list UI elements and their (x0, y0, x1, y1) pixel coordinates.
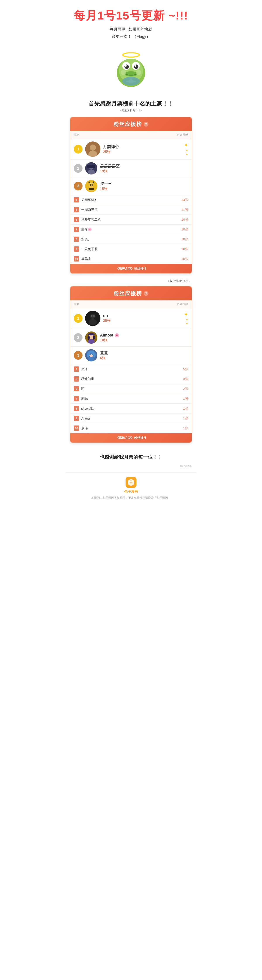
frog-image (111, 49, 151, 88)
svg-point-11 (136, 70, 141, 75)
logo-name: 包子漫画 (70, 490, 192, 494)
tickets2-10: 1张 (177, 426, 188, 430)
leaderboard2-date: （截止到3月15日） (65, 278, 197, 284)
leaderboard2-rank6-row: 6 呵 2张 (70, 384, 192, 394)
rank-num2-10: 10 (74, 425, 79, 431)
leaderboard1-rank1-row: 1 月韵禅心 25张 ✦ ✦ ✦ (70, 139, 192, 160)
leaderboard2-rank2-row: 2 Almost 🌸 10张 (70, 329, 192, 347)
svg-point-38 (93, 315, 95, 317)
svg-point-57 (128, 479, 134, 484)
card-footer-2: 《蟋蟀之花》粉丝排行 (70, 433, 192, 442)
rank-num-8: 8 (74, 237, 79, 242)
tickets2-7: 1张 (177, 397, 188, 401)
user-avatar-2 (85, 162, 97, 175)
username-7: 碧落🌸 (81, 228, 175, 232)
svg-point-48 (88, 357, 95, 361)
user-info-1: 月韵禅心 25张 (103, 144, 184, 154)
leaderboard-card-1: 粉丝应援榜 ? 排名 月票贡献 1 月韵禅心 25张 (70, 117, 192, 274)
ticket-count-2: 19张 (100, 169, 188, 173)
ticket-count2-3: 6张 (100, 356, 188, 361)
username2-7: 薪眠 (81, 397, 175, 401)
tickets2-5: 3张 (177, 377, 188, 381)
user-info-3: 夕十三 15张 (100, 181, 188, 191)
leaderboard2-rank9-row: 9 A, tou 1张 (70, 414, 192, 423)
tickets2-9: 1张 (177, 416, 188, 420)
svg-point-41 (88, 339, 95, 344)
rank-num-5: 5 (74, 207, 79, 212)
rank-num-10: 10 (74, 256, 79, 261)
svg-point-8 (134, 65, 136, 67)
svg-point-50 (87, 352, 90, 358)
username2-9: A, tou (81, 417, 175, 420)
user-avatar2-1 (85, 311, 100, 326)
username-1: 月韵禅心 (103, 144, 184, 150)
table-header-2: 排名 月票贡献 (70, 301, 192, 308)
rank-num2-8: 8 (74, 406, 79, 411)
ticket-count2-2: 10张 (100, 338, 188, 343)
svg-rect-21 (87, 165, 95, 168)
card-footer-1: 《蟋蟀之花》粉丝排行 (70, 264, 192, 273)
rank-num2-4: 4 (74, 366, 79, 372)
username2-6: 呵 (81, 387, 175, 391)
help-icon-1[interactable]: ? (144, 122, 148, 127)
user-avatar-3 (85, 180, 97, 192)
leaderboard2-rank5-row: 5 秋蛛知世 3张 (70, 374, 192, 384)
main-title: 每月1号15号更新 ~!!! (70, 9, 192, 22)
logo-section: 包子漫画 本漫画由包子漫画收集整理，更多免费漫画请搜索「包子漫画」 (65, 472, 197, 504)
leaderboard2-rank7-row: 7 薪眠 1张 (70, 394, 192, 404)
svg-point-53 (92, 354, 93, 355)
username2-10: 奈瑶 (81, 426, 175, 430)
leaderboard2-rank10-row: 10 奈瑶 1张 (70, 423, 192, 433)
bottom-thanks: 也感谢给我月票的每一位！！ (65, 447, 197, 465)
rank-badge2-3: 3 (74, 351, 82, 360)
svg-point-31 (88, 187, 94, 191)
username-5: 一周两三月 (81, 208, 175, 212)
ticket-count2-1: 25张 (103, 318, 184, 323)
baozi-icon (127, 479, 135, 486)
svg-point-55 (92, 354, 92, 355)
rank-badge2-2: 2 (74, 333, 82, 342)
footer-text-1: 《蟋蟀之花》粉丝排行 (116, 267, 146, 270)
svg-point-59 (131, 482, 132, 483)
leaderboard-card-2: 粉丝应援榜 ? 排名 月票贡献 1 (70, 286, 192, 443)
username-9: 一只兔子君 (81, 247, 175, 251)
subtitle: 每月两更...如果画的快就 多更一次！ （Flagy） (70, 26, 192, 40)
username2-4: 凉凉 (81, 367, 175, 371)
leaderboard1-title: 粉丝应援榜 (114, 121, 142, 128)
leaderboard1-rank9-row: 9 一只兔子君 10张 (70, 244, 192, 254)
leaderboard1-rank4-row: 4 简精英媳妇 14张 (70, 195, 192, 205)
username-10: 等风来 (81, 257, 175, 261)
rank-num-4: 4 (74, 197, 79, 202)
svg-point-54 (90, 354, 90, 355)
header-section: 每月1号15号更新 ~!!! 每月两更...如果画的快就 多更一次！ （Flag… (65, 0, 197, 45)
rank-num2-9: 9 (74, 416, 79, 421)
svg-point-36 (89, 319, 97, 325)
leaderboard2-title: 粉丝应援榜 (114, 290, 142, 297)
username-8: 安奕、 (81, 237, 175, 242)
stars-decoration-1: ✦ ✦ ✦ (184, 142, 188, 156)
table-header-1: 排名 月票贡献 (70, 131, 192, 139)
leaderboard1-rank2-row: 2 昙昙昙昙空 19张 (70, 160, 192, 177)
svg-point-10 (121, 70, 126, 75)
tickets-9: 10张 (177, 247, 188, 251)
svg-rect-32 (88, 188, 94, 189)
username-2: 昙昙昙昙空 (100, 163, 188, 169)
svg-rect-33 (88, 189, 94, 190)
svg-point-14 (122, 77, 140, 86)
svg-point-7 (125, 65, 127, 67)
username2-2: Almost 🌸 (100, 333, 188, 337)
tickets-6: 10张 (177, 218, 188, 222)
user-avatar-1 (85, 142, 100, 157)
svg-point-58 (130, 482, 131, 483)
tickets-7: 10张 (177, 228, 188, 232)
svg-point-25 (90, 185, 91, 186)
thanks-date: （截止到3月6日） (70, 108, 192, 112)
user-info2-2: Almost 🌸 10张 (100, 333, 188, 343)
tickets-8: 10张 (177, 237, 188, 242)
rank-badge-3: 3 (74, 182, 82, 191)
rank-num-9: 9 (74, 247, 79, 252)
help-icon-2[interactable]: ? (144, 291, 148, 296)
username2-5: 秋蛛知世 (81, 377, 175, 381)
footer-text: 本漫画由包子漫画收集整理，更多免费漫画请搜索「包子漫画」 (70, 496, 192, 500)
stars-decoration-2: ✦ ✦ ✦ (184, 311, 188, 325)
